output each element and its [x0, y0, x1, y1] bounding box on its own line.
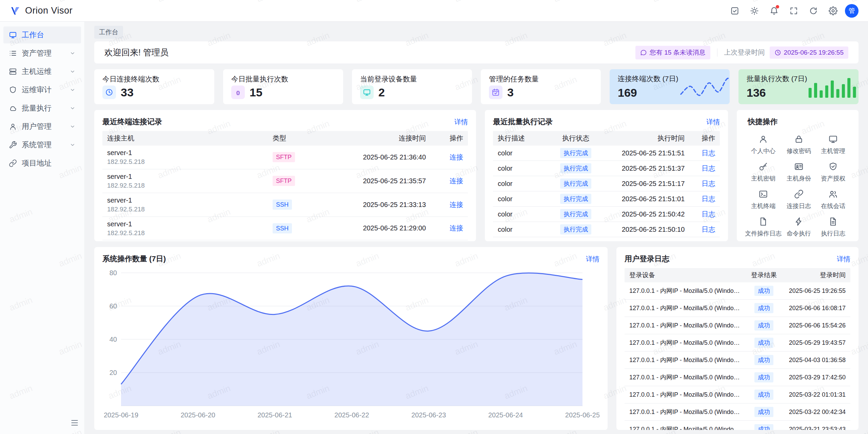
sidebar-item-label: 资产管理 — [22, 48, 52, 58]
system-operations-detail-link[interactable]: 详情 — [586, 254, 599, 264]
unread-messages-badge[interactable]: 您有 15 条未读消息 — [635, 46, 710, 59]
quick-action-shield-check[interactable]: 资产授权 — [816, 162, 850, 183]
recent-executions-title: 最近批量执行记录 — [493, 117, 553, 127]
app-logo[interactable]: Orion Visor — [9, 5, 73, 17]
login-time: 2025-03-22 00:42:34 — [783, 405, 850, 419]
app-header: Orion Visor 管 — [0, 0, 868, 22]
sidebar-item-batch-exec[interactable]: 批量执行 — [3, 100, 81, 117]
user-avatar[interactable]: 管 — [845, 4, 859, 18]
sidebar-item-project[interactable]: 项目地址 — [3, 155, 81, 172]
sidebar-item-ops-audit[interactable]: 运维审计 — [3, 81, 81, 98]
log-link[interactable]: 日志 — [702, 226, 715, 233]
sidebar-item-assets[interactable]: 资产管理 — [3, 45, 81, 62]
breadcrumb-item-workbench[interactable]: 工作台 — [94, 26, 123, 39]
svg-text:80: 80 — [110, 269, 117, 277]
connect-link[interactable]: 连接 — [450, 201, 463, 208]
login-result-tag: 成功 — [754, 338, 773, 348]
stat-icon: {} — [231, 86, 245, 99]
execution-time: 2025-06-25 21:50:42 — [605, 208, 689, 221]
login-logs-detail-link[interactable]: 详情 — [837, 254, 850, 264]
login-log-row: 127.0.0.1 - 内网IP - Mozilla/5.0 (Windows … — [625, 300, 850, 317]
quick-action-link[interactable]: 连接日志 — [782, 189, 816, 210]
execution-time: 2025-06-25 21:51:17 — [605, 177, 689, 190]
stat-icon — [489, 86, 502, 99]
connect-link[interactable]: 连接 — [450, 177, 463, 185]
quick-action-label: 主机密钥 — [751, 174, 775, 183]
fullscreen-button[interactable] — [786, 3, 802, 19]
quick-action-label: 命令执行 — [787, 229, 811, 238]
breadcrumb: 工作台 — [94, 26, 859, 37]
connect-time: 2025-06-25 21:35:57 — [326, 174, 431, 188]
quick-action-bolt[interactable]: 命令执行 — [782, 217, 816, 238]
quick-action-lock[interactable]: 修改密码 — [782, 134, 816, 155]
svg-text:40: 40 — [110, 336, 117, 343]
log-link[interactable]: 日志 — [702, 210, 715, 218]
sidebar-item-system-manage[interactable]: 系统管理 — [3, 136, 81, 153]
collapse-sidebar-icon[interactable] — [70, 418, 79, 429]
connect-time: 2025-06-25 21:29:00 — [326, 221, 431, 235]
connection-row: server-1 182.92.5.218 SSH 2025-06-25 21:… — [102, 217, 468, 241]
host-ip: 182.92.5.218 — [107, 182, 263, 189]
execution-row: color 执行完成 2025-06-25 21:51:51 日志 — [493, 146, 720, 161]
log-link[interactable]: 日志 — [702, 165, 715, 172]
svg-text:2025-06-20: 2025-06-20 — [181, 411, 215, 419]
login-device: 127.0.0.1 - 内网IP - Mozilla/5.0 (Windows … — [625, 301, 745, 316]
stat-value: 3 — [507, 86, 514, 99]
chevron-down-icon — [70, 50, 76, 56]
stat-value: 136 — [747, 86, 807, 99]
quick-action-label: 修改密码 — [787, 147, 811, 155]
svg-text:2025-06-19: 2025-06-19 — [104, 411, 138, 419]
quick-action-id-card[interactable]: 主机身份 — [782, 162, 816, 183]
settings-button[interactable] — [825, 3, 841, 19]
svg-text:20: 20 — [110, 369, 117, 376]
login-device: 127.0.0.1 - 内网IP - Mozilla/5.0 (Windows … — [625, 404, 745, 419]
executions-detail-link[interactable]: 详情 — [706, 117, 720, 127]
quick-action-key[interactable]: 主机密钥 — [745, 162, 782, 183]
svg-text:2025-06-23: 2025-06-23 — [411, 411, 446, 419]
refresh-button[interactable] — [806, 3, 821, 19]
quick-action-monitor[interactable]: 主机管理 — [816, 134, 850, 155]
file-icon — [758, 217, 768, 226]
login-log-row: 127.0.0.1 - 内网IP - Mozilla/5.0 (Windows … — [625, 369, 850, 386]
stat-label: 管理的任务数量 — [489, 74, 593, 84]
quick-action-label: 连接日志 — [787, 202, 811, 210]
login-device: 127.0.0.1 - 内网IP - Mozilla/5.0 (Windows … — [625, 353, 745, 367]
unread-messages-text: 您有 15 条未读消息 — [650, 48, 706, 57]
quick-action-file[interactable]: 文件操作日志 — [745, 217, 782, 238]
connect-link[interactable]: 连接 — [450, 224, 463, 232]
tasks-button[interactable] — [727, 3, 743, 19]
log-link[interactable]: 日志 — [702, 180, 715, 187]
quick-action-label: 主机身份 — [787, 174, 811, 183]
quick-action-file-text[interactable]: 执行日志 — [816, 217, 850, 238]
connection-row: server-1 182.92.5.218 SFTP 2025-06-25 21… — [102, 169, 468, 193]
connect-link[interactable]: 连接 — [450, 153, 463, 161]
connect-time: 2025-06-25 21:36:40 — [326, 150, 431, 165]
sidebar-item-workbench[interactable]: 工作台 — [3, 26, 81, 43]
lock-icon — [794, 134, 804, 144]
quick-actions-card: 快捷操作 个人中心 修改密码 主机管理 主机密钥 主机身份 资产授权 主机终端 … — [737, 110, 859, 241]
notifications-button[interactable] — [766, 3, 782, 19]
execution-description: color — [493, 208, 547, 221]
list-icon — [9, 49, 17, 57]
divider — [717, 49, 717, 57]
theme-button[interactable] — [747, 3, 762, 19]
quick-action-users[interactable]: 在线会话 — [816, 189, 850, 210]
login-time: 2025-06-25 19:26:55 — [783, 284, 850, 298]
log-link[interactable]: 日志 — [702, 195, 715, 203]
login-log-row: 127.0.0.1 - 内网IP - Mozilla/5.0 (Windows … — [625, 317, 850, 334]
log-link[interactable]: 日志 — [702, 149, 715, 157]
quick-action-label: 资产授权 — [821, 174, 845, 183]
sidebar-item-user-manage[interactable]: 用户管理 — [3, 118, 81, 135]
welcome-title: 欢迎回来! 管理员 — [104, 47, 169, 58]
connections-detail-link[interactable]: 详情 — [454, 117, 468, 127]
sidebar-item-host-ops[interactable]: 主机运维 — [3, 63, 81, 80]
login-logs-table-body: 127.0.0.1 - 内网IP - Mozilla/5.0 (Windows … — [625, 282, 850, 430]
system-operations-title: 系统操作数量 (7日) — [102, 254, 166, 264]
stat-value: 33 — [121, 86, 134, 99]
shield-icon — [9, 86, 17, 94]
quick-action-user[interactable]: 个人中心 — [745, 134, 782, 155]
login-log-row: 127.0.0.1 - 内网IP - Mozilla/5.0 (Windows … — [625, 403, 850, 421]
quick-action-terminal[interactable]: 主机终端 — [745, 189, 782, 210]
login-result-tag: 成功 — [754, 407, 773, 417]
last-login-time: 2025-06-25 19:26:55 — [784, 49, 844, 56]
